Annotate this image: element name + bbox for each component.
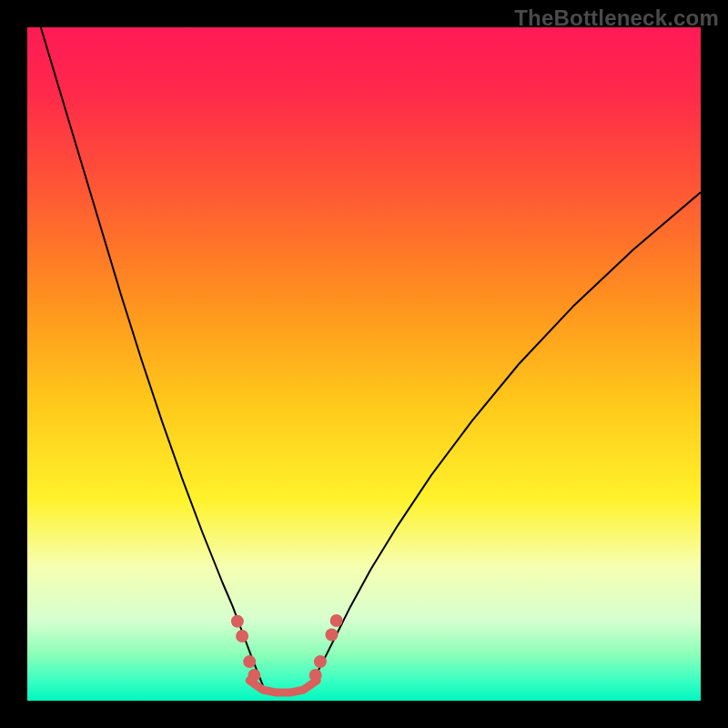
marker-knee-right (309, 669, 322, 682)
marker-knee-left (243, 655, 256, 668)
chart-canvas (27, 27, 701, 701)
marker-knee-right (330, 614, 343, 627)
marker-knee-left (248, 669, 260, 682)
marker-knee-right (325, 628, 338, 641)
chart-frame: TheBottleneck.com (0, 0, 728, 728)
plot-area (27, 27, 701, 701)
marker-knee-left (236, 630, 248, 642)
gradient-background (27, 27, 701, 701)
watermark-text: TheBottleneck.com (514, 5, 719, 31)
marker-knee-right (314, 655, 327, 668)
marker-knee-left (231, 615, 244, 628)
